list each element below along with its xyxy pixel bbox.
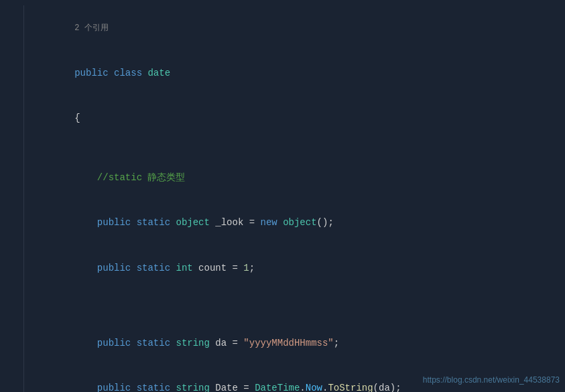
code-editor: 2 个引用 public class date { //static 静态类型 …	[0, 0, 565, 392]
code-line: public static int count = 1;	[29, 245, 554, 290]
code-line	[29, 141, 554, 155]
code-line	[29, 290, 554, 305]
code-lines: 2 个引用 public class date { //static 静态类型 …	[29, 5, 565, 392]
code-area: 2 个引用 public class date { //static 静态类型 …	[0, 0, 565, 392]
watermark: https://blog.csdn.net/weixin_44538873	[423, 374, 560, 387]
code-line: 2 个引用	[29, 5, 554, 50]
code-line: {	[29, 95, 554, 140]
code-line: public static object _look = new object(…	[29, 200, 554, 245]
code-line: public class date	[29, 50, 554, 95]
code-line: //static 静态类型	[29, 155, 554, 200]
code-line	[29, 306, 554, 320]
line-numbers	[0, 5, 24, 392]
code-line: public static string da = "yyyyMMddHHmms…	[29, 320, 554, 365]
